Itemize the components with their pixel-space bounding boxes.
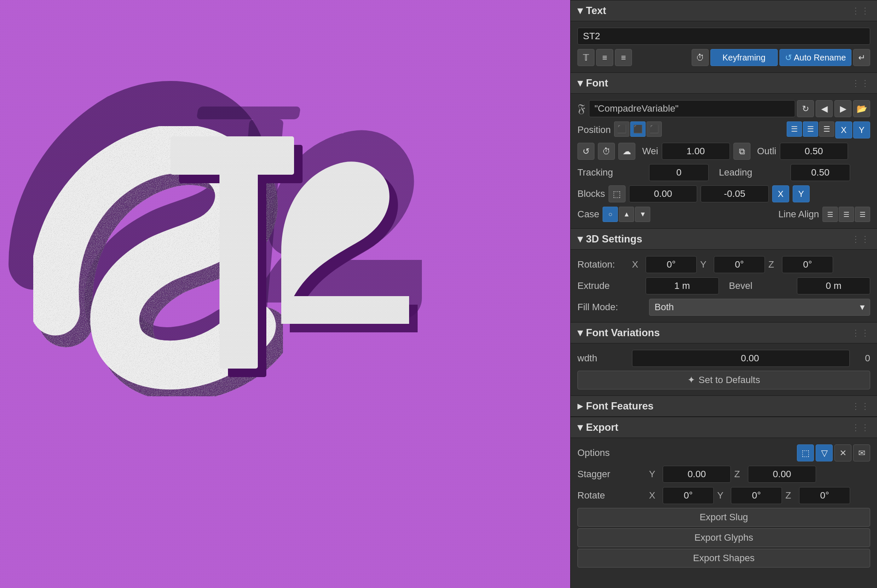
font-features-title: Font Features: [586, 400, 654, 412]
rotate-x-field[interactable]: 0°: [663, 487, 714, 504]
pos-left-top[interactable]: ⬛: [614, 121, 629, 137]
left-align-button[interactable]: ≡: [596, 49, 613, 66]
font-name-field[interactable]: "CompadreVariable": [589, 100, 795, 117]
extrude-bevel-row: Extrude 1 m Bevel 0 m: [571, 275, 877, 297]
3d-section-title: 3D Settings: [586, 233, 642, 245]
outline-label: Outli: [757, 146, 776, 157]
blocks-icon[interactable]: ⬚: [609, 185, 626, 202]
align-center[interactable]: ☰: [803, 121, 818, 137]
blocks-x-toggle[interactable]: X: [772, 185, 789, 202]
case-down[interactable]: ▼: [635, 207, 650, 222]
stagger-z-field[interactable]: 0.00: [748, 466, 816, 483]
outline-field[interactable]: 0.50: [780, 143, 848, 160]
monitor-option-btn[interactable]: ⬚: [797, 444, 814, 461]
font-next-button[interactable]: ▶: [834, 100, 851, 117]
font-variations-content: wdth 0.00 0 ✦ Set to Defaults: [571, 343, 877, 395]
wdth-label: wdth: [577, 353, 629, 364]
auto-rename-button[interactable]: ↺ Auto Rename: [779, 49, 851, 66]
set-defaults-label: Set to Defaults: [698, 375, 760, 386]
cycle-btn[interactable]: ↺: [577, 143, 594, 160]
bevel-field[interactable]: 0 m: [797, 277, 870, 294]
case-circle[interactable]: ○: [603, 207, 618, 222]
text-chevron-down: ▾: [577, 5, 583, 17]
rotate-x-label: X: [649, 490, 659, 501]
case-up[interactable]: ▲: [619, 207, 634, 222]
right-align-button[interactable]: ≡: [615, 49, 632, 66]
rot-y-field[interactable]: 0°: [714, 256, 765, 273]
options-row: Options ⬚ ▽ ✕ ✉: [571, 442, 877, 464]
align-right[interactable]: ☰: [819, 121, 834, 137]
text-format-button[interactable]: 𝕋: [577, 49, 594, 66]
copy-btn[interactable]: ⧉: [733, 143, 750, 160]
text-section-header[interactable]: ▾ Text ⋮⋮: [571, 0, 877, 21]
keyframe-icon[interactable]: ⏱: [692, 49, 709, 66]
stagger-label: Stagger: [577, 469, 646, 480]
font-section-header[interactable]: ▾ Font ⋮⋮: [571, 72, 877, 94]
export-chevron: ▾: [577, 421, 583, 433]
wdth-value: 0.00: [741, 353, 759, 364]
extrude-field[interactable]: 1 m: [646, 277, 719, 294]
wdth-slider[interactable]: 0.00: [632, 350, 850, 367]
rotate-z-field[interactable]: 0°: [799, 487, 850, 504]
rotate-y-field[interactable]: 0°: [731, 487, 782, 504]
set-defaults-button[interactable]: ✦ Set to Defaults: [577, 371, 870, 389]
rot-z-field[interactable]: 0°: [782, 256, 833, 273]
y-pos-toggle[interactable]: Y: [853, 121, 870, 138]
text-input[interactable]: [577, 28, 870, 45]
line-align-left[interactable]: ☰: [822, 207, 838, 222]
3d-section-header[interactable]: ▾ 3D Settings ⋮⋮: [571, 228, 877, 250]
case-label: Case: [577, 209, 599, 220]
text-section-dots: ⋮⋮: [851, 6, 870, 16]
tracking-field[interactable]: 0: [649, 164, 709, 181]
font-variations-title: Font Variations: [586, 327, 660, 339]
keyframing-label: Keyframing: [722, 53, 765, 63]
keyframing-button[interactable]: Keyframing: [710, 49, 778, 66]
font-feat-dots: ⋮⋮: [851, 401, 870, 411]
pos-center-top[interactable]: ⬛: [630, 121, 646, 137]
export-glyphs-button[interactable]: Export Glyphs: [577, 528, 870, 547]
rot-x-field[interactable]: 0°: [646, 256, 697, 273]
align-left[interactable]: ☰: [787, 121, 802, 137]
font-features-header[interactable]: ▸ Font Features ⋮⋮: [571, 395, 877, 417]
envelope-option-btn[interactable]: ✉: [853, 444, 870, 461]
leading-field[interactable]: 0.50: [790, 164, 850, 181]
stagger-y-field[interactable]: 0.00: [663, 466, 731, 483]
fill-mode-select[interactable]: Both ▾: [649, 299, 870, 316]
x-option-btn[interactable]: ✕: [834, 444, 851, 461]
export-section-header[interactable]: ▾ Export ⋮⋮: [571, 417, 877, 438]
export-shapes-button[interactable]: Export Shapes: [577, 549, 870, 568]
blocks-y-toggle[interactable]: Y: [793, 185, 810, 202]
text-toolbar-row: 𝕋 ≡ ≡ ⏱ Keyframing ↺ Auto Rename ↵: [571, 47, 877, 68]
blocks-y-field[interactable]: -0.05: [701, 185, 769, 202]
font-folder-button[interactable]: 📂: [853, 100, 870, 117]
fill-mode-label: Fill Mode:: [577, 302, 646, 313]
font-var-chevron: ▾: [577, 327, 583, 339]
export-slug-label: Export Slug: [700, 512, 748, 523]
plus-icon: ✦: [687, 375, 695, 386]
cloud-btn[interactable]: ☁: [618, 143, 635, 160]
export-section-content: Options ⬚ ▽ ✕ ✉ Stagger Y 0.00 Z 0.00 Ro…: [571, 438, 877, 574]
triangle-option-btn[interactable]: ▽: [816, 444, 833, 461]
weight-field[interactable]: 1.00: [662, 143, 730, 160]
pos-right-top[interactable]: ⬛: [646, 121, 662, 137]
text-section-title: Text: [586, 5, 606, 17]
position-row: Position ⬛ ⬛ ⬛ ☰ ☰ ☰ X Y: [571, 119, 877, 141]
wdth-row: wdth 0.00 0: [571, 348, 877, 369]
line-align-right[interactable]: ☰: [855, 207, 870, 222]
font-name-row: 𝔉 "CompadreVariable" ↻ ◀ ▶ 📂: [571, 98, 877, 119]
clock-btn[interactable]: ⏱: [598, 143, 615, 160]
export-slug-button[interactable]: Export Slug: [577, 508, 870, 527]
line-align-center[interactable]: ☰: [839, 207, 854, 222]
blocks-x-field[interactable]: 0.00: [629, 185, 697, 202]
rotate-y-label: Y: [717, 490, 727, 501]
select-chevron: ▾: [860, 302, 865, 313]
tracking-leading-row: Tracking 0 Leading 0.50: [571, 162, 877, 183]
font-prev-button[interactable]: ◀: [816, 100, 833, 117]
export-shapes-label: Export Shapes: [693, 553, 754, 564]
font-variations-header[interactable]: ▾ Font Variations ⋮⋮: [571, 322, 877, 343]
export-section-title: Export: [586, 421, 618, 433]
enter-button[interactable]: ↵: [853, 49, 870, 66]
font-refresh-button[interactable]: ↻: [797, 100, 814, 117]
extrude-label: Extrude: [577, 280, 642, 291]
x-pos-toggle[interactable]: X: [835, 121, 852, 138]
